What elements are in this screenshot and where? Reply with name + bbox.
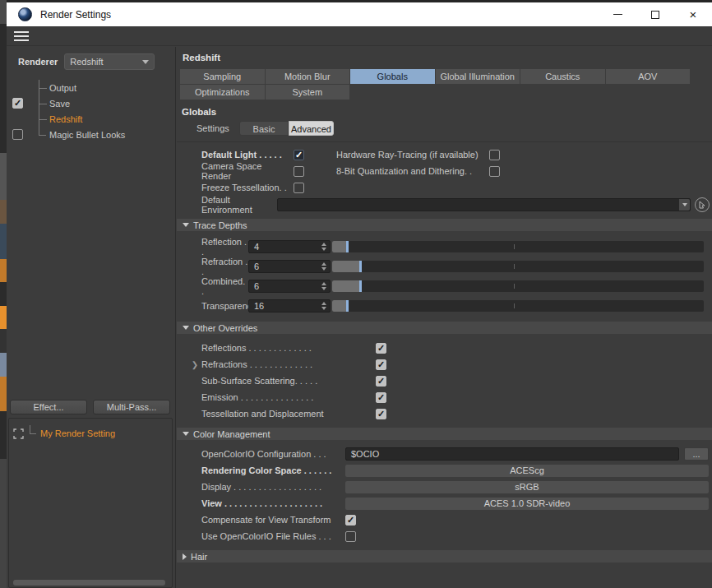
emission-checkbox[interactable]	[376, 392, 386, 403]
transparency-label: Transparency	[201, 301, 248, 311]
compensate-view-transform-checkbox[interactable]	[345, 515, 356, 525]
camera-space-render-checkbox[interactable]	[294, 166, 304, 177]
pick-object-button[interactable]	[695, 197, 710, 212]
reflection-input[interactable]: 4	[248, 240, 331, 253]
spinner-arrows-icon[interactable]	[318, 280, 330, 292]
ocio-browse-button[interactable]: ...	[684, 447, 709, 461]
display-label: Display . . . . . . . . . . . . . . . . …	[201, 482, 345, 492]
view-button[interactable]: ACES 1.0 SDR-video	[345, 498, 709, 510]
tree-item-save[interactable]: Save	[10, 95, 175, 111]
save-enable-checkbox[interactable]	[12, 98, 23, 109]
menubar	[7, 26, 712, 46]
cinema4d-app-icon	[18, 7, 32, 21]
expand-arrow-icon[interactable]: ❯	[188, 360, 201, 369]
transparency-slider[interactable]	[332, 300, 704, 312]
collapse-triangle-icon	[183, 432, 189, 436]
effect-button[interactable]: Effect...	[10, 400, 87, 414]
hair-header[interactable]: Hair	[177, 550, 712, 563]
sub-surface-scattering-checkbox[interactable]	[376, 376, 386, 387]
close-button[interactable]: ×	[674, 2, 712, 26]
tree-branch-icon	[39, 127, 48, 142]
render-setting-icon	[13, 428, 24, 439]
hamburger-menu-icon[interactable]	[14, 31, 29, 41]
refraction-input[interactable]: 6	[248, 260, 331, 273]
refraction-slider[interactable]	[332, 261, 704, 272]
use-ocio-file-rules-row: Use OpenColorIO File Rules . . .	[177, 528, 712, 544]
divider	[177, 141, 712, 142]
renderer-heading: Redshift	[183, 53, 712, 63]
preset-item[interactable]: My Render Setting	[9, 425, 172, 442]
window-title: Render Settings	[40, 9, 111, 21]
default-light-checkbox[interactable]	[294, 150, 304, 160]
default-environment-row: Default Environment	[177, 196, 712, 213]
display-button[interactable]: sRGB	[345, 481, 709, 493]
trace-depths-header[interactable]: Trace Depths	[177, 219, 712, 231]
chevron-down-icon	[142, 60, 149, 64]
freeze-tessellation-checkbox[interactable]	[294, 183, 304, 193]
window-controls: ×	[599, 2, 712, 26]
bit-quantization-checkbox[interactable]	[489, 166, 500, 177]
spinner-arrows-icon[interactable]	[318, 300, 330, 312]
refractions-override-row: ❯ Refractions . . . . . . . . . . . . .	[177, 356, 712, 373]
section-title: Trace Depths	[193, 220, 247, 230]
spinner-arrows-icon[interactable]	[318, 261, 330, 272]
horizontal-scrollbar[interactable]	[13, 580, 165, 586]
reflection-label: Reflection . .	[201, 237, 248, 257]
use-ocio-file-rules-checkbox[interactable]	[345, 531, 356, 542]
rendering-color-space-row: Rendering Color Space . . . . . . ACEScg	[177, 462, 712, 479]
tab-motion-blur[interactable]: Motion Blur	[266, 69, 350, 84]
tab-globals[interactable]: Globals	[350, 69, 435, 84]
tree-item-output[interactable]: Output	[10, 80, 175, 95]
other-overrides-header[interactable]: Other Overrides	[177, 322, 712, 334]
tab-aov[interactable]: AOV	[606, 69, 691, 84]
mode-basic-button[interactable]: Basic	[239, 121, 289, 136]
maximize-button[interactable]	[636, 2, 674, 26]
renderer-label: Renderer	[18, 57, 58, 67]
color-management-header[interactable]: Color Management	[177, 428, 712, 440]
multi-pass-button[interactable]: Multi-Pass...	[93, 400, 170, 414]
settings-mode-row: Settings Basic Advanced	[196, 121, 712, 136]
reflections-checkbox[interactable]	[376, 343, 386, 354]
tree-item-label: Output	[49, 83, 76, 93]
refraction-depth-row: Refraction . . 6	[177, 257, 712, 276]
tab-optimizations[interactable]: Optimizations	[180, 85, 265, 100]
combined-slider[interactable]	[332, 280, 704, 292]
tab-caustics[interactable]: Caustics	[520, 69, 605, 84]
tab-system[interactable]: System	[266, 85, 350, 100]
hardware-raytracing-checkbox[interactable]	[489, 150, 500, 160]
tab-sampling[interactable]: Sampling	[180, 69, 265, 84]
settings-label: Settings	[196, 123, 239, 133]
transparency-input[interactable]: 16	[248, 299, 331, 313]
default-environment-input[interactable]	[277, 198, 691, 211]
close-icon: ×	[690, 8, 697, 21]
ocio-config-input[interactable]: $OCIO	[345, 447, 679, 461]
tree-item-redshift[interactable]: Redshift	[10, 111, 175, 127]
combined-label: Combined. .	[201, 276, 248, 296]
sss-override-row: Sub-Surface Scattering. . . . .	[177, 373, 712, 389]
combined-input[interactable]: 6	[248, 280, 331, 293]
spinner-arrows-icon[interactable]	[318, 241, 330, 252]
emission-label: Emission . . . . . . . . . . . . . . .	[201, 392, 376, 402]
renderer-dropdown[interactable]: Redshift	[64, 53, 155, 70]
settings-panel: Redshift Sampling Motion Blur Globals Gl…	[177, 47, 712, 588]
mode-advanced-button[interactable]: Advanced	[289, 121, 334, 136]
tab-global-illumination[interactable]: Global Illumination	[436, 69, 520, 84]
tessellation-displacement-checkbox[interactable]	[376, 409, 386, 419]
freeze-tessellation-label: Freeze Tessellation. .	[201, 183, 294, 192]
magic-bullet-enable-checkbox[interactable]	[12, 129, 23, 140]
dropdown-chevron-icon[interactable]	[679, 199, 690, 211]
refractions-label: Refractions . . . . . . . . . . . . .	[201, 359, 376, 369]
tree-item-magic-bullet-looks[interactable]: Magic Bullet Looks	[10, 127, 175, 142]
tree-branch-icon	[30, 425, 38, 442]
minimize-icon	[613, 14, 622, 15]
collapsed-triangle-icon	[183, 553, 187, 560]
sub-surface-scattering-label: Sub-Surface Scattering. . . . .	[201, 376, 376, 386]
minimize-button[interactable]	[599, 2, 636, 26]
refractions-checkbox[interactable]	[376, 359, 386, 370]
reflection-value: 4	[249, 242, 318, 252]
settings-tree: Output Save Redshift Magic Bullet Looks	[10, 80, 175, 142]
effect-buttons-row: Effect... Multi-Pass...	[10, 400, 170, 414]
rendering-color-space-button[interactable]: ACEScg	[345, 465, 709, 477]
tessellation-override-row: Tessellation and Displacement	[177, 405, 712, 422]
reflection-slider[interactable]	[332, 241, 704, 252]
